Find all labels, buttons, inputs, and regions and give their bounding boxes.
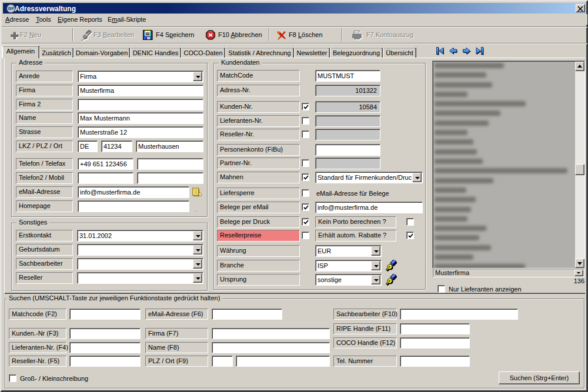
svg-text:ISP: ISP <box>8 6 14 11</box>
